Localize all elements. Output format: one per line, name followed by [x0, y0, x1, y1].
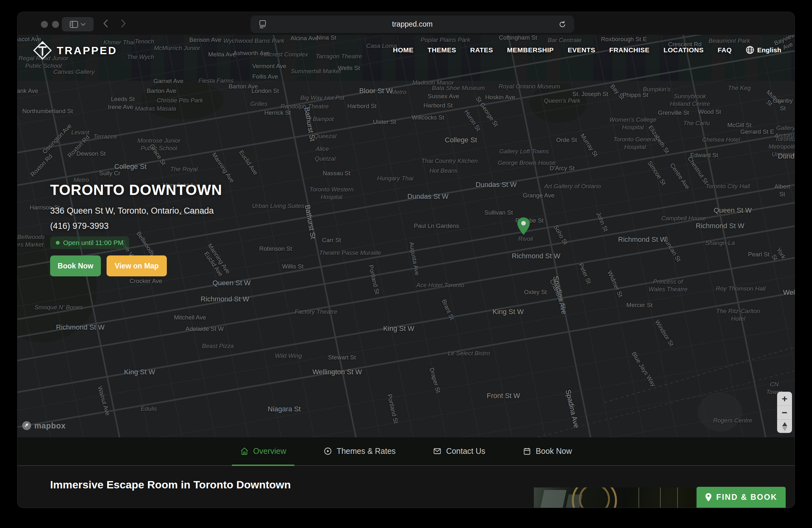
zoom-out-button[interactable]: − — [777, 405, 792, 419]
nav-item-events[interactable]: EVENTS — [568, 46, 595, 54]
chevron-down-icon — [81, 23, 86, 26]
nav-item-locations[interactable]: LOCATIONS — [664, 46, 704, 54]
map-label: Sully Cr — [99, 169, 120, 177]
location-phone: (416) 979-3993 — [50, 221, 109, 231]
map-label: Canvas Gallery — [53, 68, 95, 76]
browser-toolbar: trapped.com — [17, 12, 795, 35]
language-label: English — [757, 46, 781, 54]
book-now-button[interactable]: Book Now — [50, 255, 101, 276]
map-pitch-toggle[interactable] — [777, 419, 792, 433]
map-label: Wells St — [338, 64, 360, 72]
map-label: The Ritz-Carlton Hotel — [710, 307, 766, 323]
map-label: Beaumont Park — [709, 37, 750, 45]
map-label: Wellington — [783, 288, 795, 297]
map-label: Toronto General Hospital — [613, 136, 657, 151]
map-label: Mercer St — [626, 301, 652, 309]
map-label: Granby St — [773, 97, 793, 112]
find-and-book-button[interactable]: FIND & BOOK — [697, 487, 786, 508]
map-label: Willis St — [282, 263, 304, 270]
map-label: Niagara St — [268, 405, 301, 413]
view-on-map-button[interactable]: View on Map — [106, 255, 167, 276]
close-window-button[interactable] — [41, 21, 48, 28]
map-label: Orde St — [556, 136, 577, 144]
map-label: Edward St — [690, 151, 718, 159]
sidebar-toggle-button[interactable] — [62, 17, 93, 31]
address-bar[interactable]: trapped.com — [250, 16, 574, 33]
back-button[interactable] — [101, 19, 111, 29]
globe-icon — [746, 46, 754, 54]
map-label: D'Arcy St — [550, 165, 575, 172]
map-label: Northumberland St — [22, 107, 73, 115]
forward-button[interactable] — [118, 19, 129, 29]
map-label: Christie Pits Park — [157, 97, 203, 104]
tab-contact-us[interactable]: Contact Us — [425, 437, 494, 466]
map-label: Sussex Ave — [428, 92, 459, 100]
map-label: The Keg — [728, 84, 751, 92]
map-label: Le Sélect Bistro — [448, 350, 490, 357]
map-label: Hillcrest Complex — [261, 51, 308, 58]
pitch-up-icon — [782, 422, 787, 426]
mail-icon — [433, 447, 441, 455]
map-label: Mitchell Ave — [174, 314, 206, 321]
tab-themes-rates[interactable]: Themes & Rates — [315, 437, 404, 466]
sidebar-icon — [70, 21, 78, 28]
map-label: Wild Wing — [275, 352, 302, 360]
tab-book-now[interactable]: Book Now — [514, 437, 580, 466]
page-heading: Immersive Escape Room in Toronto Downtow… — [50, 479, 291, 491]
minimize-window-button[interactable] — [52, 21, 59, 28]
map-label: London St — [251, 87, 279, 95]
location-address: 336 Queen St W, Toronto, Ontario, Canada — [50, 206, 214, 216]
tab-overview[interactable]: Overview — [232, 437, 294, 466]
nav-item-franchise[interactable]: FRANCHISE — [609, 46, 650, 54]
map-label: Roxborough St E — [601, 35, 647, 43]
map-label: The Carlu — [683, 120, 710, 127]
map-label: Robinson St — [259, 245, 292, 253]
map-label: Royal Ontario Museum — [498, 83, 560, 90]
map-label: Nassau St — [322, 169, 350, 177]
map-label: Rivoli — [518, 235, 533, 243]
map-label: Edulis — [141, 405, 157, 413]
language-selector[interactable]: English — [746, 46, 781, 54]
zoom-in-button[interactable]: + — [777, 392, 792, 405]
nav-item-themes[interactable]: THEMES — [427, 46, 456, 54]
map-label: Trinity Bellwoods Farmers Market — [17, 233, 45, 248]
map-label: Thai Country Kitchen — [421, 157, 477, 165]
map-label: King St W — [383, 324, 414, 333]
map[interactable]: Ascot AveKhmer ThaiTenochBenson AveWychw… — [17, 35, 795, 437]
map-label: Albert St — [774, 183, 790, 198]
map-label: Poplar Plains Park — [421, 36, 470, 44]
map-label: Grenville St — [658, 109, 689, 117]
map-label: Herrick St — [264, 109, 291, 117]
mapbox-attribution[interactable]: mapbox — [22, 421, 66, 431]
nav-item-faq[interactable]: FAQ — [717, 46, 732, 54]
map-label: Queen's Park — [544, 97, 580, 105]
map-label: Toronto Western Hospital — [309, 186, 353, 201]
reload-icon[interactable] — [558, 20, 566, 29]
reader-icon[interactable] — [259, 20, 266, 29]
map-label: Grange Ave — [523, 192, 554, 199]
map-label: Paul Ln Gardens — [414, 222, 459, 230]
map-label: Casa Loma — [366, 42, 397, 50]
map-label: Melita Ave — [208, 51, 236, 58]
map-label: St. Joseph St — [572, 90, 608, 98]
trapped-logo-icon — [33, 41, 52, 60]
nav-item-home[interactable]: HOME — [393, 46, 414, 54]
map-label: Shangri-La — [706, 239, 735, 247]
map-label: Toronto City Hall — [706, 183, 750, 190]
map-label: Bumpkin's — [643, 86, 670, 93]
nav-item-rates[interactable]: RATES — [470, 46, 493, 54]
nav-item-membership[interactable]: MEMBERSHIP — [507, 46, 553, 54]
map-label: Sunnybrook Holland Centre — [670, 92, 710, 108]
location-pin[interactable] — [516, 217, 531, 236]
map-label: Queen St W — [213, 278, 250, 287]
map-label: Richmond St W — [512, 252, 561, 260]
tab-label: Contact Us — [446, 447, 485, 456]
map-label: The Royal — [170, 165, 198, 173]
map-label: Campbell House — [661, 214, 706, 222]
map-label: Theatre Passe Muraille — [319, 249, 381, 257]
site-logo[interactable]: TRAPPED — [33, 41, 117, 60]
location-title: TORONTO DOWNTOWN — [50, 181, 222, 198]
map-label: Follis Ave — [252, 73, 278, 80]
map-label: Hoskin Ave — [485, 93, 516, 101]
find-book-label: FIND & BOOK — [716, 493, 778, 502]
